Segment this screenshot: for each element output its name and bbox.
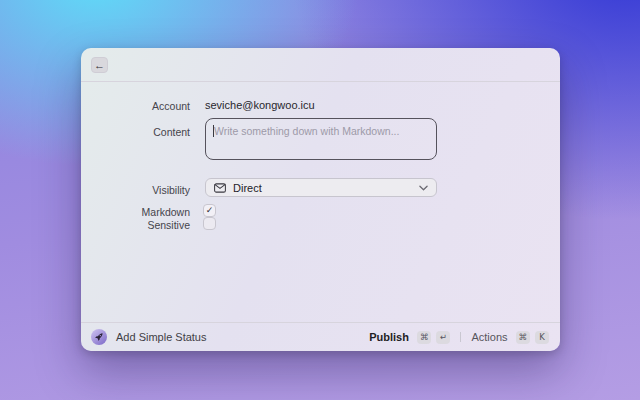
chevron-down-icon [419, 185, 428, 191]
footer-divider [460, 332, 461, 342]
content-textarea[interactable] [206, 119, 436, 159]
envelope-icon [214, 183, 226, 193]
return-key-icon: ↵ [436, 331, 450, 344]
visibility-value: Direct [233, 182, 419, 194]
markdown-label: Markdown [81, 206, 190, 218]
content-label: Content [81, 126, 190, 138]
rocket-app-icon [91, 329, 107, 345]
sensitive-label: Sensitive [81, 219, 190, 231]
footer-actions: Publish ⌘ ↵ Actions ⌘ K [369, 331, 549, 344]
actions-button[interactable]: Actions [471, 331, 507, 343]
compose-window: ← Account seviche@kongwoo.icu Content Vi… [81, 48, 560, 351]
add-simple-status-button[interactable]: Add Simple Status [91, 329, 207, 345]
footer-bar: Add Simple Status Publish ⌘ ↵ Actions ⌘ … [81, 322, 560, 351]
add-simple-status-label: Add Simple Status [116, 331, 207, 343]
desktop: { "window": { "header": { "back_icon": "… [0, 0, 640, 400]
titlebar: ← [81, 48, 560, 82]
markdown-checkbox[interactable]: ✓ [203, 204, 216, 217]
command-key-icon: ⌘ [516, 331, 531, 344]
visibility-select[interactable]: Direct [205, 178, 437, 197]
account-value: seviche@kongwoo.icu [205, 99, 315, 111]
checkmark-icon: ✓ [206, 206, 214, 215]
sensitive-checkbox[interactable] [203, 217, 216, 230]
text-cursor [213, 125, 214, 137]
account-label: Account [81, 100, 190, 112]
back-button[interactable]: ← [91, 57, 108, 73]
k-key-icon: K [535, 331, 549, 344]
publish-button[interactable]: Publish [369, 331, 409, 343]
back-arrow-icon: ← [94, 60, 105, 71]
content-textarea-wrapper [205, 118, 437, 160]
command-key-icon: ⌘ [417, 331, 432, 344]
visibility-label: Visibility [81, 184, 190, 196]
